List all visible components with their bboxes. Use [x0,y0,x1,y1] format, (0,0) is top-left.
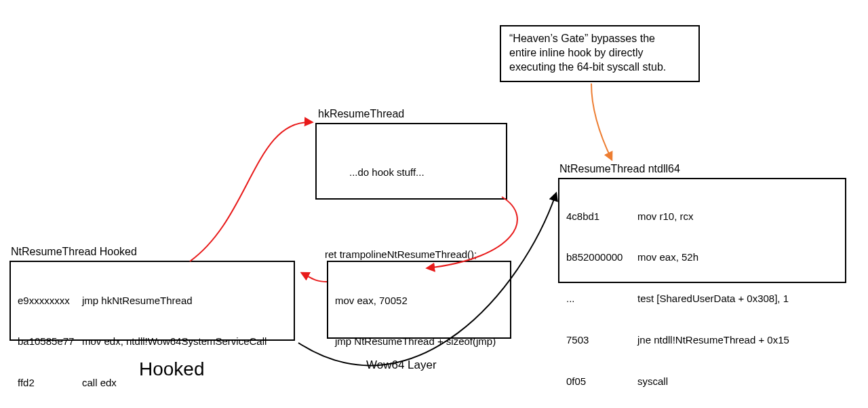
callout-line2: entire inline hook by directly [509,47,643,58]
arrow-callout-to-nt64 [591,84,612,160]
hooked-row-1: ba10585e77mov edx, ntdll!Wow64SystemServ… [18,335,287,348]
hooked-code: e9xxxxxxxxjmp hkNtResumeThread ba10585e7… [18,266,287,408]
nt64-row-1: b852000000mov eax, 52h [566,251,838,264]
callout-text: “Heaven’s Gate” bypasses the entire inli… [501,26,698,79]
nt64-code: 4c8bd1mov r10, rcx b852000000mov eax, 52… [566,182,838,408]
hk-line2: ret trampolineNtResumeThread(); [325,248,498,261]
nt64-title: NtResumeThread ntdll64 [559,163,680,175]
trampoline-line2: jmp NtResumeThread + sizeof(jmp) [335,335,503,348]
nt64-row-3: 7503jne ntdll!NtResumeThread + 0x15 [566,333,838,347]
hk-title: hkResumeThread [318,108,404,120]
trampoline-box: mov eax, 70052 jmp NtResumeThread + size… [327,261,511,339]
arrow-jmp-to-hk [190,122,312,261]
hk-line1: ...do hook stuff... [349,166,498,179]
callout-box: “Heaven’s Gate” bypasses the entire inli… [500,25,700,82]
nt64-row-4: 0f05syscall [566,375,838,388]
hooked-box: e9xxxxxxxxjmp hkNtResumeThread ba10585e7… [9,261,295,341]
callout-line1: “Heaven’s Gate” bypasses the [509,33,655,44]
callout-line3: executing the 64-bit syscall stub. [509,61,666,73]
hooked-row-0: e9xxxxxxxxjmp hkNtResumeThread [18,294,287,308]
hooked-title: NtResumeThread Hooked [11,246,137,258]
hk-box: ...do hook stuff... ret trampolineNtResu… [315,123,507,200]
wow64-label: Wow64 Layer [366,358,437,372]
hooked-big-label: Hooked [139,358,205,380]
nt64-row-2: ...test [SharedUserData + 0x308], 1 [566,292,838,305]
nt64-box: 4c8bd1mov r10, rcx b852000000mov eax, 52… [558,178,846,283]
trampoline-line1: mov eax, 70052 [335,294,503,308]
nt64-row-0: 4c8bd1mov r10, rcx [566,210,838,223]
